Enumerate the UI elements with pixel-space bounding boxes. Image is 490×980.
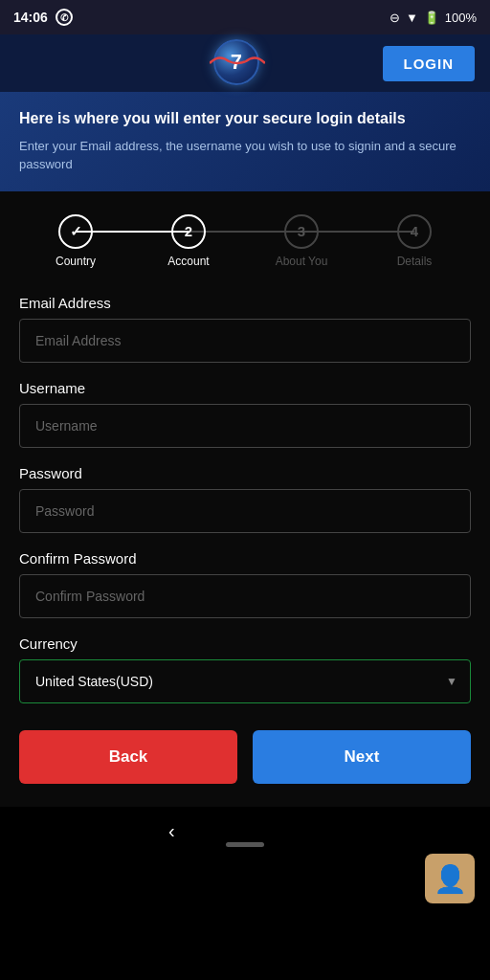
login-button[interactable]: LOGIN	[383, 46, 476, 81]
next-button[interactable]: Next	[253, 730, 471, 784]
status-bar: 14:06 ✆ ⊖ ▼ 🔋 100%	[0, 0, 490, 34]
step-label-account: Account	[167, 255, 209, 268]
step-label-about: About You	[276, 255, 328, 268]
password-input[interactable]	[19, 489, 471, 533]
logo-wings-icon	[210, 54, 265, 73]
person-icon: 👤	[434, 863, 467, 895]
step-details: 4 Details	[358, 214, 471, 268]
step-account: 2 Account	[132, 214, 245, 268]
step-circle-2: 2	[171, 214, 206, 249]
battery-icon: 🔋	[424, 11, 439, 25]
step-label-country: Country	[56, 255, 96, 268]
email-group: Email Address	[19, 295, 471, 363]
status-right: ⊖ ▼ 🔋 100%	[390, 11, 477, 25]
main-content: ✓ Country 2 Account 3 About You 4 Detail…	[0, 191, 490, 807]
currency-group: Currency United States(USD) Euro(EUR) Br…	[19, 635, 471, 703]
stepper: ✓ Country 2 Account 3 About You 4 Detail…	[19, 214, 471, 268]
logo-container: 7	[92, 39, 383, 87]
step-country: ✓ Country	[19, 214, 132, 268]
step-circle-1: ✓	[58, 214, 93, 249]
whatsapp-icon: ✆	[56, 9, 73, 26]
status-left: 14:06 ✆	[13, 9, 73, 26]
fab-profile-button[interactable]: 👤	[425, 854, 475, 903]
banner-title: Here is where you will enter your secure…	[19, 109, 471, 129]
step-about: 3 About You	[245, 214, 358, 268]
info-banner: Here is where you will enter your secure…	[0, 92, 490, 191]
battery-percent: 100%	[445, 11, 477, 25]
signal-icon: ⊖	[390, 11, 400, 25]
wifi-icon: ▼	[406, 11, 418, 25]
username-input[interactable]	[19, 404, 471, 448]
logo: 7	[213, 39, 261, 87]
confirm-password-input[interactable]	[19, 574, 471, 618]
step-circle-4: 4	[397, 214, 432, 249]
bottom-nav: ‹	[0, 807, 490, 857]
back-button[interactable]: Back	[19, 730, 237, 784]
banner-description: Enter your Email address, the username y…	[19, 137, 471, 174]
email-input[interactable]	[19, 319, 471, 363]
confirm-password-group: Confirm Password	[19, 550, 471, 618]
email-label: Email Address	[19, 295, 471, 311]
password-label: Password	[19, 465, 471, 481]
currency-select[interactable]: United States(USD) Euro(EUR) British Pou…	[19, 659, 471, 703]
step-label-details: Details	[397, 255, 433, 268]
confirm-password-label: Confirm Password	[19, 550, 471, 567]
step-circle-3: 3	[284, 214, 319, 249]
nav-back-icon[interactable]: ‹	[168, 820, 175, 842]
button-row: Back Next	[19, 730, 471, 784]
username-label: Username	[19, 380, 471, 396]
currency-select-wrapper: United States(USD) Euro(EUR) British Pou…	[19, 659, 471, 703]
currency-label: Currency	[19, 635, 471, 652]
header: 7 LOGIN	[0, 34, 490, 92]
password-group: Password	[19, 465, 471, 533]
time-display: 14:06	[13, 10, 48, 25]
nav-home-pill	[226, 842, 264, 847]
username-group: Username	[19, 380, 471, 448]
